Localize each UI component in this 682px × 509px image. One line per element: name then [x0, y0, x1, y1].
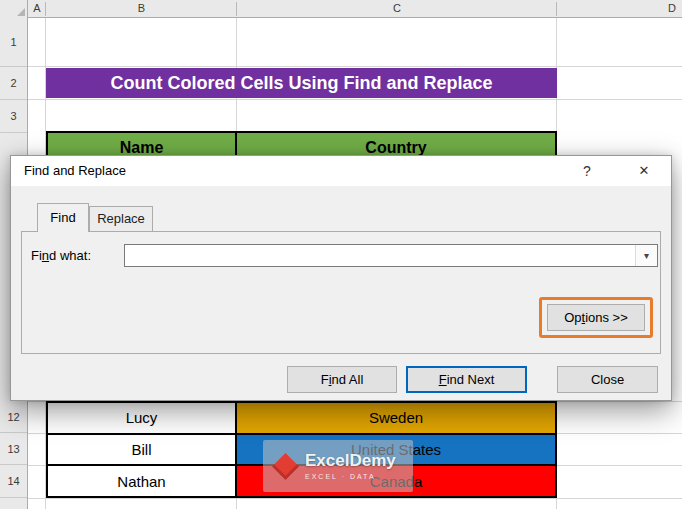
select-all-triangle-icon [17, 8, 25, 16]
watermark: ExcelDemy EXCEL · DATA [263, 440, 413, 492]
chevron-down-icon: ▾ [644, 251, 649, 261]
row-header-12[interactable]: 12 [0, 401, 27, 433]
find-what-label: Find what: [31, 245, 91, 267]
watermark-text: ExcelDemy EXCEL · DATA [305, 452, 396, 480]
options-button[interactable]: Options >> [547, 304, 645, 331]
row-header-3[interactable]: 3 [0, 100, 27, 133]
name-cell[interactable]: Lucy [48, 403, 237, 433]
row-header-13[interactable]: 13 [0, 433, 27, 465]
close-button[interactable]: Close [557, 366, 658, 393]
select-all-corner[interactable] [0, 0, 28, 18]
row-header-14[interactable]: 14 [0, 465, 27, 498]
exceldemy-logo-icon [272, 453, 299, 480]
column-divider [236, 2, 237, 16]
gridline [28, 99, 682, 100]
column-header-b[interactable]: B [46, 0, 237, 18]
name-cell[interactable]: Nathan [48, 466, 237, 496]
gridline [28, 498, 682, 499]
column-divider [45, 2, 46, 16]
dialog-titlebar[interactable]: Find and Replace ? ✕ [11, 156, 671, 186]
sheet-title-banner: Count Colored Cells Using Find and Repla… [46, 68, 557, 98]
dialog-title: Find and Replace [24, 156, 126, 186]
column-header-bar: A B C D [0, 0, 682, 18]
tab-replace[interactable]: Replace [89, 206, 153, 231]
close-icon[interactable]: ✕ [631, 156, 657, 186]
find-next-button[interactable]: Find Next [406, 366, 527, 393]
find-what-input[interactable] [125, 245, 633, 266]
column-header-c[interactable]: C [237, 0, 557, 18]
combobox-dropdown-button[interactable]: ▾ [635, 245, 657, 266]
row-header-2[interactable]: 2 [0, 67, 27, 100]
find-what-combobox[interactable]: ▾ [124, 244, 658, 267]
name-cell[interactable]: Bill [48, 435, 237, 465]
column-divider [556, 2, 557, 16]
find-all-button[interactable]: Find All [287, 366, 397, 393]
row-header-1[interactable]: 1 [0, 18, 27, 67]
find-replace-dialog: Find and Replace ? ✕ Find Replace Find w… [10, 155, 672, 401]
table-row: Lucy Sweden [48, 403, 555, 435]
country-cell[interactable]: Sweden [237, 403, 555, 433]
watermark-tagline: EXCEL · DATA [305, 473, 396, 480]
column-header-d[interactable]: D [557, 0, 682, 18]
gridline [28, 66, 682, 67]
watermark-brand: ExcelDemy [305, 452, 396, 471]
tab-find[interactable]: Find [37, 203, 89, 232]
help-icon[interactable]: ? [575, 156, 599, 186]
column-header-a[interactable]: A [28, 0, 46, 18]
